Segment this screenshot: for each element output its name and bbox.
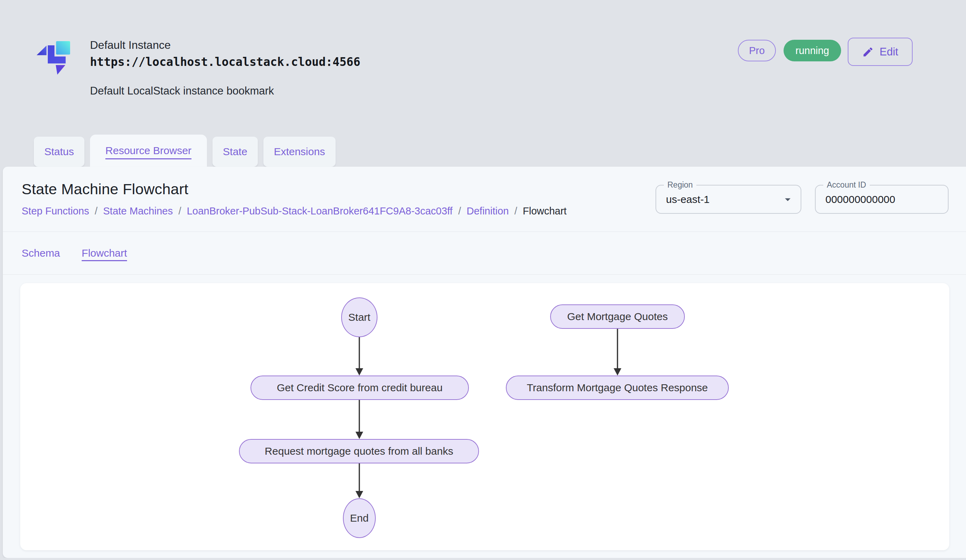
account-id-input[interactable]	[816, 185, 948, 213]
breadcrumb-separator: /	[178, 205, 181, 217]
instance-name: Default Instance	[90, 38, 360, 52]
main-tabbar: Status Resource Browser State Extensions	[34, 134, 335, 167]
breadcrumb-separator: /	[458, 205, 461, 217]
divider	[3, 231, 966, 232]
flow-node-request-quotes: Request mortgage quotes from all banks	[239, 439, 479, 463]
divider	[3, 274, 966, 275]
breadcrumb-step-functions[interactable]: Step Functions	[21, 205, 89, 217]
breadcrumb-state-machine-name[interactable]: LoanBroker-PubSub-Stack-LoanBroker641FC9…	[187, 205, 452, 217]
flowchart-canvas: Start Get Mortgage Quotes Get Credit Sco…	[20, 283, 949, 550]
pro-badge: Pro	[738, 40, 776, 61]
tab-extensions[interactable]: Extensions	[263, 137, 335, 167]
status-badge: running	[784, 40, 841, 61]
flow-node-start: Start	[341, 298, 378, 337]
localstack-logo	[33, 36, 77, 80]
breadcrumb-separator: /	[514, 205, 517, 217]
flow-node-get-mortgage-quotes: Get Mortgage Quotes	[550, 305, 685, 329]
definition-subtabs: Schema Flowchart	[21, 232, 127, 274]
region-select[interactable]: Region us-east-1	[656, 185, 801, 214]
edit-button-label: Edit	[879, 46, 898, 58]
tab-status[interactable]: Status	[34, 137, 84, 167]
subtab-flowchart[interactable]: Flowchart	[82, 247, 127, 259]
breadcrumb-current: Flowchart	[522, 205, 567, 217]
flow-node-get-credit-score: Get Credit Score from credit bureau	[250, 375, 469, 400]
flowchart-edges	[20, 283, 949, 550]
subtab-schema[interactable]: Schema	[21, 247, 60, 259]
page-head: State Machine Flowchart Step Functions /…	[21, 181, 567, 217]
account-id-field: Account ID	[815, 185, 948, 214]
resource-browser-panel: State Machine Flowchart Step Functions /…	[3, 167, 966, 558]
region-select-value: us-east-1	[666, 185, 710, 213]
page-bottom-edge	[3, 558, 966, 560]
flow-node-transform-response: Transform Mortgage Quotes Response	[506, 375, 729, 400]
breadcrumb: Step Functions / State Machines / LoanBr…	[21, 205, 567, 217]
instance-url: https://localhost.localstack.cloud:4566	[90, 55, 360, 69]
instance-header: Default Instance https://localhost.local…	[90, 38, 360, 97]
breadcrumb-separator: /	[95, 205, 97, 217]
flow-node-end: End	[343, 498, 376, 538]
edit-button[interactable]: Edit	[848, 38, 913, 66]
page-title: State Machine Flowchart	[21, 181, 567, 198]
tab-resource-browser[interactable]: Resource Browser	[90, 134, 207, 167]
app-root: Default Instance https://localhost.local…	[0, 0, 966, 560]
breadcrumb-state-machines[interactable]: State Machines	[103, 205, 173, 217]
tab-state[interactable]: State	[212, 137, 258, 167]
breadcrumb-definition[interactable]: Definition	[467, 205, 509, 217]
dropdown-arrow-icon	[781, 193, 794, 206]
pencil-icon	[862, 46, 874, 58]
instance-description: Default LocalStack instance bookmark	[90, 85, 360, 97]
